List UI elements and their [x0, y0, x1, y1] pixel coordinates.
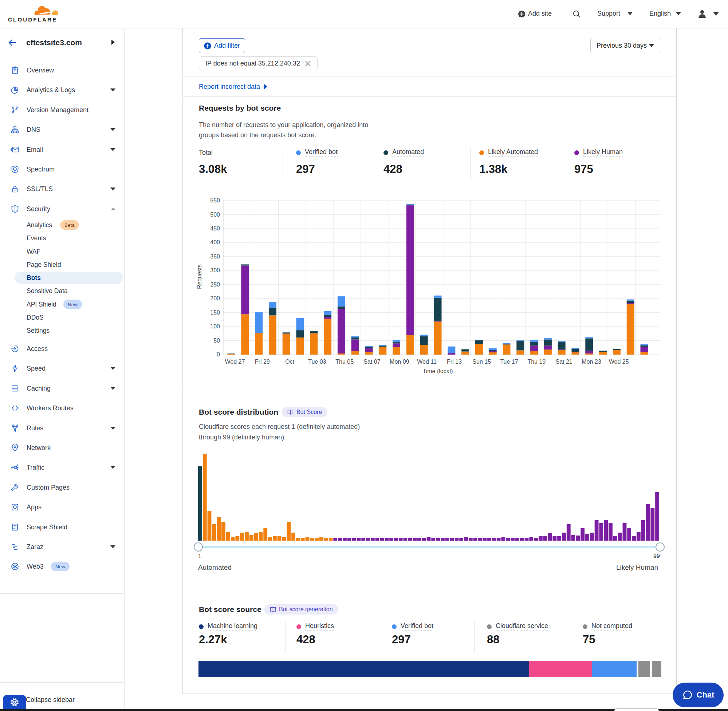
svg-text:Thu 05: Thu 05 [335, 358, 354, 365]
svg-text:200: 200 [210, 295, 220, 301]
svg-text:Wed 27: Wed 27 [225, 358, 245, 365]
svg-text:400: 400 [210, 239, 220, 245]
svg-text:0: 0 [217, 351, 220, 357]
svg-text:Wed 11: Wed 11 [417, 358, 437, 365]
svg-text:50: 50 [213, 338, 220, 344]
svg-text:550: 550 [210, 197, 220, 204]
svg-text:Tue 03: Tue 03 [308, 358, 326, 365]
svg-text:350: 350 [210, 254, 220, 260]
svg-text:Fri 29: Fri 29 [255, 358, 270, 365]
svg-text:Mon 23: Mon 23 [582, 358, 601, 365]
svg-text:150: 150 [210, 310, 220, 316]
svg-text:Requests: Requests [196, 264, 202, 289]
svg-text:500: 500 [210, 211, 220, 218]
svg-text:Oct: Oct [285, 358, 294, 365]
svg-text:Mon 09: Mon 09 [390, 358, 409, 365]
svg-text:Sun 15: Sun 15 [473, 358, 491, 365]
svg-text:100: 100 [210, 323, 220, 329]
svg-text:250: 250 [210, 282, 220, 288]
svg-text:Fri 13: Fri 13 [447, 358, 462, 365]
svg-text:Thu 19: Thu 19 [527, 358, 546, 365]
svg-text:450: 450 [210, 225, 220, 232]
svg-text:Wed 25: Wed 25 [609, 358, 629, 365]
svg-text:Sat 21: Sat 21 [555, 358, 572, 365]
svg-text:Tue 17: Tue 17 [500, 358, 518, 365]
svg-text:Time (local): Time (local) [423, 368, 453, 374]
svg-text:Sat 07: Sat 07 [363, 358, 380, 365]
svg-text:300: 300 [210, 267, 220, 273]
